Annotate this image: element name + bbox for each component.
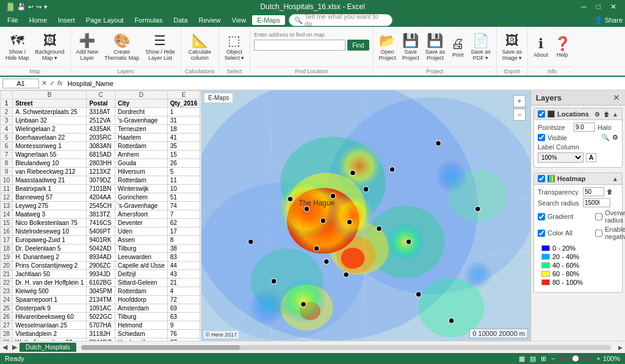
- cell[interactable]: 4335AK: [87, 125, 115, 134]
- h-scrollbar[interactable]: [76, 345, 616, 350]
- formula-input[interactable]: [65, 80, 623, 87]
- cell[interactable]: 3045PM: [87, 287, 115, 296]
- cell[interactable]: Tilburg: [115, 313, 168, 321]
- search-radius-input[interactable]: [583, 198, 610, 207]
- cell[interactable]: 26: [167, 159, 200, 168]
- cell[interactable]: 5406PT: [87, 227, 115, 236]
- cell[interactable]: 18: [200, 253, 201, 262]
- table-row[interactable]: 13Leyweg 2752545CH's-Gravenhage7412: [1, 202, 201, 210]
- cell-reference[interactable]: [2, 79, 39, 88]
- tab-file[interactable]: File: [2, 15, 23, 25]
- cell[interactable]: 5022GC: [87, 313, 115, 321]
- color-all-checkbox[interactable]: [538, 229, 545, 237]
- cell[interactable]: 4204AA: [87, 193, 115, 202]
- table-row[interactable]: 5Boerhaavelaan 222035RCHaarlem414: [1, 134, 201, 142]
- cell[interactable]: Helmond: [115, 321, 168, 330]
- quick-access-redo[interactable]: ↪: [36, 3, 42, 11]
- cell[interactable]: Vlietlandplein 2: [13, 330, 87, 338]
- tab-emaps[interactable]: E-Maps: [252, 15, 285, 25]
- cell[interactable]: Leyweg 275: [13, 202, 87, 210]
- cell[interactable]: Qty_2016: [167, 99, 200, 108]
- table-row[interactable]: 21Jachtlaan 509934JDDelfzijl4320: [1, 270, 201, 279]
- cancel-formula-icon[interactable]: ✕: [42, 79, 47, 87]
- find-button[interactable]: Find: [347, 40, 369, 51]
- cell[interactable]: 3813TZ: [87, 210, 115, 219]
- cell[interactable]: Amsterdam: [115, 304, 168, 313]
- cell[interactable]: 15: [167, 151, 200, 159]
- overwrite-radius-checkbox[interactable]: [595, 213, 602, 221]
- transparency-delete-icon[interactable]: 🗑: [607, 188, 613, 195]
- cell[interactable]: Tilburg: [115, 244, 168, 253]
- cell[interactable]: 83: [167, 253, 200, 262]
- cell[interactable]: 3083AN: [87, 142, 115, 151]
- cell[interactable]: Uden: [115, 227, 168, 236]
- cell[interactable]: Wesselmanlaan 25: [13, 321, 87, 330]
- cell[interactable]: Lijnbaan 32: [13, 116, 87, 125]
- cell[interactable]: 72: [167, 296, 200, 304]
- cell[interactable]: Winterswijk: [115, 185, 168, 193]
- table-row[interactable]: 15Nico Bolkesteinlaan 757416CSDeventer62…: [1, 219, 201, 227]
- cell[interactable]: 31: [167, 116, 200, 125]
- table-row[interactable]: 11Beatrixpark 17101BNWinterswijk1010: [1, 185, 201, 193]
- cell[interactable]: 3318AT: [87, 108, 115, 116]
- transparency-input[interactable]: [583, 187, 604, 196]
- cell[interactable]: 14: [200, 219, 201, 227]
- table-row[interactable]: 16Nistelrodeseweg 105406PTUden1715: [1, 227, 201, 236]
- cell[interactable]: 18: [167, 125, 200, 134]
- view-layout-icon[interactable]: ▤: [530, 355, 536, 363]
- confirm-formula-icon[interactable]: ✓: [49, 79, 55, 87]
- cell[interactable]: Assen: [115, 236, 168, 244]
- table-row[interactable]: 3Lijnbaan 322512VA's-Gravenhage312: [1, 116, 201, 125]
- zoom-in-button[interactable]: +: [513, 95, 526, 107]
- pointsize-input[interactable]: [574, 123, 595, 132]
- cell[interactable]: Oosterpark 9: [13, 304, 87, 313]
- object-select-button[interactable]: ⬚ ObjectSelect ▾: [223, 32, 247, 62]
- cell[interactable]: Rotterdam: [115, 176, 168, 185]
- cell[interactable]: 69: [167, 304, 200, 313]
- cell[interactable]: Deventer: [115, 219, 168, 227]
- enable-negative-checkbox[interactable]: [595, 229, 602, 237]
- cell[interactable]: Hilversum: [115, 168, 168, 176]
- cell[interactable]: A. Schweitzerplaats 25: [13, 108, 87, 116]
- save-as-project-button[interactable]: 💾 Save asProject: [424, 32, 447, 62]
- cell[interactable]: Maasstaadweg 21: [13, 176, 87, 185]
- cell[interactable]: Jachtlaan 50: [13, 270, 87, 279]
- cell[interactable]: Banneweg 57: [13, 193, 87, 202]
- cell[interactable]: 25: [200, 313, 201, 321]
- sheet-nav-left[interactable]: ◀: [0, 343, 10, 351]
- cell[interactable]: 74: [167, 202, 200, 210]
- cell[interactable]: 9934JD: [87, 270, 115, 279]
- cell[interactable]: 44: [167, 262, 200, 270]
- cell[interactable]: 6815AD: [87, 151, 115, 159]
- search-layer-icon[interactable]: 🔍: [601, 134, 610, 141]
- cell[interactable]: 21: [200, 279, 201, 287]
- cell[interactable]: 2035RC: [87, 134, 115, 142]
- calculate-column-button[interactable]: 📐 Calculatecolumn: [186, 32, 213, 62]
- table-row[interactable]: 6Montessoriweg 13083ANRotterdam355: [1, 142, 201, 151]
- cell[interactable]: Terneuzen: [115, 125, 168, 134]
- zoom-out-button[interactable]: −: [551, 355, 555, 362]
- cell[interactable]: Amersfoort: [115, 210, 168, 219]
- heatmap-visible-checkbox[interactable]: [538, 175, 545, 182]
- cell[interactable]: Gorinchem: [115, 193, 168, 202]
- label-column-select[interactable]: 100%: [538, 152, 583, 163]
- cell[interactable]: 11: [200, 193, 201, 202]
- dutch-hospitals-tab[interactable]: Dutch_Hospitals: [20, 343, 76, 352]
- show-hide-layer-list-button[interactable]: ☰ Show / HideLayer List: [143, 32, 177, 62]
- tab-insert[interactable]: Insert: [53, 15, 80, 25]
- tell-me-input[interactable]: 🔍 Tell me what you want to do: [289, 14, 392, 26]
- cell[interactable]: 1213XZ: [87, 168, 115, 176]
- cell[interactable]: 3079DZ: [87, 176, 115, 185]
- cell[interactable]: Dordrecht: [115, 108, 168, 116]
- view-normal-icon[interactable]: ▦: [519, 355, 525, 363]
- cell[interactable]: 2545CH: [87, 202, 115, 210]
- table-row[interactable]: 10Maasstaadweg 213079DZRotterdam119: [1, 176, 201, 185]
- table-row[interactable]: 4Wielingelaan 24335AKTerneuzen183: [1, 125, 201, 134]
- cell[interactable]: Delfzijl: [115, 270, 168, 279]
- table-row[interactable]: 28Vlietlandplein 23118JHSchiedam7627: [1, 330, 201, 338]
- table-row[interactable]: 7Wagnerlaan 556815ADArnhem156: [1, 151, 201, 159]
- cell[interactable]: 21: [167, 279, 200, 287]
- quick-access-undo[interactable]: ↩: [28, 3, 34, 11]
- cell[interactable]: 19: [200, 262, 201, 270]
- cell[interactable]: Dr. Deelenlaan 5: [13, 244, 87, 253]
